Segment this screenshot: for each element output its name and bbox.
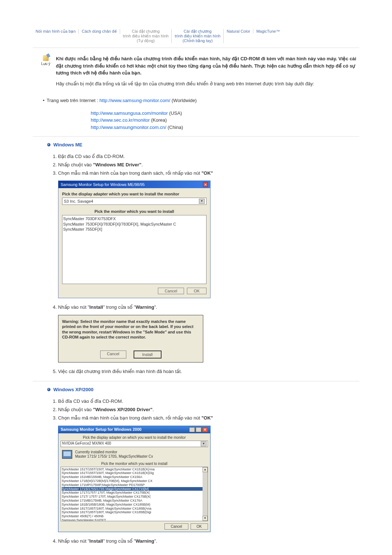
links-list: Trang web trên Internet : http://www.sam… [47, 97, 359, 104]
divider [33, 381, 359, 381]
winme-step5: Việc cài đặt chương trình điều khiển màn… [58, 368, 359, 376]
cancel-button[interactable]: Cancel [100, 351, 126, 358]
section-winme-header: Windows ME [47, 142, 359, 147]
driver-setup-dialog-2000: Samsung Monitor Setup for Windows 2000 _… [58, 426, 211, 532]
note-sidebar: Lưu ý [40, 55, 52, 66]
cancel-button[interactable]: Cancel [158, 288, 184, 294]
list-item[interactable]: SyncMaster 703DFX/753DFX [63, 216, 205, 221]
section-winxp-header: Windows XP/2000 [47, 387, 359, 392]
winxp-step3: Chọn mẫu mã màn hình của bạn trong danh … [58, 414, 359, 422]
dialog-titlebar: Samsung Monitor Setup for Windows 2000 _… [58, 426, 210, 433]
link-usa[interactable]: http://www.samsungusa.com/monitor [91, 110, 168, 116]
note-icon [43, 55, 49, 61]
section-bullet-icon [47, 388, 50, 391]
link-korea[interactable]: http://www.sec.co.kr/monitor [91, 117, 150, 123]
minimize-button[interactable]: _ [189, 427, 195, 432]
winme-steps-end: Việc cài đặt chương trình điều khiển màn… [58, 368, 359, 376]
monitor-list[interactable]: SyncMaster 151T/155T/150T, MagicSyncMast… [61, 467, 208, 521]
list-item[interactable]: SyncMaster 171T/175T/ 170T, MagicSyncMas… [62, 491, 207, 495]
cancel-button[interactable]: Cancel [164, 523, 188, 530]
link-china-row: http://www.samsungmonitor.com.cn/ (China… [91, 124, 359, 131]
scroll-up-icon[interactable]: ▲ [203, 467, 208, 472]
link-worldwide[interactable]: http://www.samsung-monitor.com/ [99, 98, 170, 103]
dialog-title: Samsung Monitor Setup for Windows 2000 [61, 427, 142, 432]
adapter-combo[interactable]: S3 Inc. Savage4 ▼ [62, 198, 207, 205]
divider [33, 136, 359, 137]
adapter-combo-value: S3 Inc. Savage4 [64, 199, 93, 203]
note-block: Lưu ý Khi được nhắc bằng hệ điều hành củ… [33, 55, 359, 92]
monitor-list[interactable]: SyncMaster 703DFX/753DFX SyncMaster 753D… [62, 215, 207, 284]
install-button[interactable]: Install [134, 351, 162, 358]
list-item[interactable]: SyncMaster 450b(T) / 450Nb [62, 514, 207, 518]
adapter-label: Pick the display adapter which you want … [62, 192, 207, 196]
tab-driver-manual[interactable]: Cài đặt chương trình điều khiển màn hình… [172, 29, 224, 43]
current-monitor-value: Master 171S/ 175S/ 170S, MagicSyncMaster… [75, 454, 153, 459]
current-monitor-label: Currently installed monitor [75, 450, 153, 454]
winxp-steps: Bỏ đĩa CD vào ổ đĩa CD-ROM. Nhấp chuột v… [58, 398, 359, 422]
link-worldwide-row: Trang web trên Internet : http://www.sam… [47, 97, 359, 104]
list-item[interactable]: SyncMaster 753DF[X]/783DF[X]/783DF[X], M… [63, 222, 205, 227]
list-item[interactable]: SyncMaster 171B(M)/172B(M)/170B(M), Magi… [62, 479, 207, 483]
warning-text: Warning: Select the monitor name that ex… [62, 319, 199, 340]
list-item[interactable]: SyncMaster 171MP/175MP,MagicSyncMaster P… [62, 483, 207, 487]
winxp-step4: Nhấp vào nút "Install" trong cửa sổ "War… [58, 538, 359, 545]
tab-stand[interactable]: Cách dùng chân đế [79, 29, 120, 34]
links-intro: Trang web trên Internet : [47, 98, 98, 103]
maximize-button[interactable]: □ [196, 427, 201, 432]
list-item[interactable]: SyncMaster 181B/185B/180B, MagicSyncMast… [62, 503, 207, 507]
section-winme-title: Windows ME [53, 142, 82, 147]
section-winxp-title: Windows XP/2000 [53, 387, 93, 392]
dialog-titlebar: Samsung Monitor Setup for Windows ME/98/… [58, 181, 210, 188]
tab-driver-auto[interactable]: Cài đặt chương trình điều khiển màn hình… [120, 29, 172, 43]
dialog-title: Samsung Monitor Setup for Windows ME/98/… [61, 182, 145, 187]
monitor-icon [62, 450, 72, 459]
adapter-label: Pick the display adapter on which you wa… [61, 436, 208, 439]
close-button[interactable]: ✕ [202, 427, 208, 432]
scrollbar[interactable]: ▲ ▼ [203, 467, 208, 521]
note-text: Hãy chuẩn bị một đĩa trống và tải về tập… [56, 80, 359, 88]
monitor-label: Pick the monitor which you want to insta… [61, 462, 208, 466]
list-item[interactable]: SyncMaster 181T/185T/180T, MagicSyncMast… [62, 510, 207, 514]
adapter-combo[interactable]: NVIDIA GeForce2 MX/MX 400 ▼ [61, 441, 208, 447]
link-china-region: (China) [168, 125, 183, 130]
winme-steps-cont: Nhấp vào nút "Install" trong cửa sổ "War… [58, 304, 359, 311]
current-monitor-group: Currently installed monitor Master 171S/… [61, 449, 208, 460]
winxp-steps-cont: Nhấp vào nút "Install" trong cửa sổ "War… [58, 538, 359, 545]
chevron-down-icon[interactable]: ▼ [201, 441, 207, 446]
list-item[interactable]: SyncMaster 171T/ 175T/ 170T, MagicSyncMa… [62, 495, 207, 499]
link-worldwide-region: (Worldwide) [172, 98, 197, 103]
note-title: Khi được nhắc bằng hệ điều hành của chươ… [56, 55, 359, 77]
scroll-down-icon[interactable]: ▼ [203, 516, 208, 521]
list-item[interactable]: SyncMaster 151MB/155MB, MagicSyncMaster … [62, 475, 207, 479]
list-item-selected[interactable]: SyncMaster 171S/175S/173S MagicSyncMaste… [62, 487, 207, 491]
driver-setup-dialog-me: Samsung Monitor Setup for Windows ME/98/… [58, 181, 211, 298]
link-usa-row: http://www.samsungusa.com/monitor (USA) [91, 110, 359, 117]
tab-magictune[interactable]: MagicTune™ [253, 29, 283, 33]
winxp-step1: Bỏ đĩa CD vào ổ đĩa CD-ROM. [58, 398, 359, 405]
winme-step2: Nhấp chuột vào "Windows ME Driver". [58, 161, 359, 169]
list-item[interactable]: SyncMaster 181T/185T/180T, MagicSyncMast… [62, 507, 207, 511]
chevron-down-icon[interactable]: ▼ [199, 199, 205, 204]
link-korea-region: (Korea) [151, 117, 167, 123]
winxp-step2: Nhấp chuột vào "Windows XP/2000 Driver". [58, 406, 359, 414]
winme-step1: Đặt đĩa CD vào ổ đĩa CD-ROM. [58, 153, 359, 161]
close-button[interactable]: ✕ [203, 182, 208, 187]
ok-button[interactable]: OK [191, 523, 208, 530]
list-item[interactable]: Samsung SyncMaster 510TFT [62, 518, 207, 521]
tab-connect[interactable]: Nối màn hình của bạn [33, 29, 79, 34]
ok-button[interactable]: OK [187, 288, 207, 294]
list-item[interactable]: SyncMaster 151T/155T/150T, MagicSyncMast… [62, 467, 207, 471]
monitor-label: Pick the monitor which you want to insta… [62, 209, 207, 214]
link-china[interactable]: http://www.samsungmonitor.com.cn/ [91, 125, 166, 130]
adapter-combo-value: NVIDIA GeForce2 MX/MX 400 [62, 441, 111, 446]
tabs-bar: Nối màn hình của bạn Cách dùng chân đế C… [33, 29, 359, 48]
list-item[interactable]: SyncMaster 151T/155T/150T, MagicSyncMast… [62, 471, 207, 475]
warning-dialog: Warning: Select the monitor name that ex… [58, 315, 203, 362]
winme-steps: Đặt đĩa CD vào ổ đĩa CD-ROM. Nhấp chuột … [58, 153, 359, 177]
list-item[interactable]: SyncMaster 171MB/175MB, MagicSyncMaster … [62, 499, 207, 503]
section-bullet-icon [47, 143, 50, 146]
winme-step3: Chọn mẫu mã màn hình của bạn trong danh … [58, 170, 359, 177]
link-korea-row: http://www.sec.co.kr/monitor (Korea) [91, 117, 359, 124]
list-item[interactable]: SyncMaster 755DF[X] [63, 227, 205, 232]
tab-natural-color[interactable]: Natural Color [224, 29, 253, 33]
